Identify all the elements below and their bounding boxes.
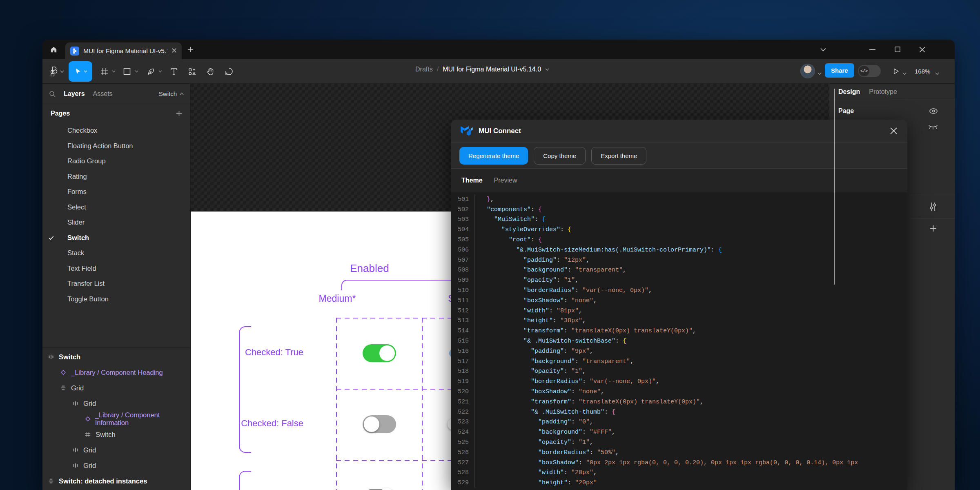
page-item[interactable]: Switch [42,230,190,246]
page-item[interactable]: Forms [42,184,190,200]
present-chevron-icon[interactable] [902,69,906,77]
move-tool[interactable] [69,61,92,82]
layer-item[interactable]: Switch [42,349,190,365]
eye-icon[interactable] [929,107,938,116]
pages-list[interactable]: CheckboxFloating Action ButtonRadio Grou… [42,123,190,347]
regenerate-theme-button[interactable]: Regenerate theme [459,147,528,165]
figma-menu-icon[interactable] [47,61,68,82]
resources-tool[interactable] [185,61,199,82]
code-line: 527"boxShadow": "0px 2px 1px rgba(0, 0, … [451,458,907,468]
dashed-line [336,318,337,490]
zoom-level[interactable]: 168% [915,68,930,75]
page-item[interactable]: Rating [42,169,190,185]
layer-item-label: _Library / Component Information [95,411,190,427]
layer-item[interactable]: _Library / Component Information [42,411,190,427]
page-item[interactable]: Slider [42,215,190,230]
page-item[interactable]: Radio Group [42,154,190,169]
page-item[interactable]: Toggle Button [42,292,190,307]
code-editor[interactable]: 501},502"components": {503"MuiSwitch": {… [451,192,907,490]
page-item[interactable]: Text Field [42,261,190,276]
tab-close-icon[interactable] [172,47,177,55]
window-minimize-icon[interactable] [863,40,881,59]
page-item[interactable]: Stack [42,245,190,261]
tab-preview[interactable]: Preview [494,177,517,184]
window-tabbar: MUI for Figma Material UI-v5.14.0 [42,40,955,59]
layers-list[interactable]: Switch_Library / Component HeadingGridGr… [42,349,190,490]
adjust-sliders-icon[interactable] [929,202,937,213]
page-item[interactable]: Select [42,200,190,215]
frame-tool[interactable] [97,61,111,82]
layer-item[interactable]: Switch [42,427,190,442]
layer-item[interactable]: Grid [42,396,190,411]
page-item-label: Forms [60,188,87,196]
home-icon[interactable] [47,44,60,55]
autolayout-h-icon [73,447,83,453]
page-item-label: Slider [60,218,85,226]
frame-tool-chevron-icon[interactable] [110,61,117,82]
text-tool[interactable] [167,61,181,82]
layer-item[interactable]: _Library / Component Heading [42,365,190,380]
hand-tool[interactable] [203,61,218,82]
chevron-up-icon [180,92,184,95]
line-number: 521 [451,397,474,407]
avatar-chevron-icon[interactable] [817,69,822,77]
switch-medium-unchecked [363,415,396,433]
comment-tool[interactable] [221,61,237,82]
pen-tool-chevron-icon[interactable] [157,61,163,82]
layer-item-label: Grid [83,462,96,470]
dialog-close-icon[interactable] [890,127,898,135]
tab-assets[interactable]: Assets [93,90,113,98]
canvas-enabled-label: Enabled [327,262,412,275]
file-tab[interactable]: MUI for Figma Material UI-v5.14.0 [65,42,182,59]
present-play-icon[interactable] [890,66,902,76]
line-number: 525 [451,437,474,448]
new-tab-icon[interactable] [185,45,196,54]
code-line: 512"width": "81px", [451,306,907,316]
dev-mode-toggle[interactable]: </> [858,65,881,77]
copy-theme-button[interactable]: Copy theme [534,147,586,165]
layer-item[interactable]: Grid [42,380,190,396]
add-page-icon[interactable] [176,111,182,117]
tab-design[interactable]: Design [838,88,860,96]
row2-label: Checked: False [222,418,303,429]
line-number: 511 [451,296,474,306]
page-item[interactable]: Transfer List [42,276,190,292]
breadcrumb-filename[interactable]: MUI for Figma Material UI-v5.14.0 [443,66,541,73]
search-icon[interactable] [49,91,56,97]
window-close-icon[interactable] [913,40,931,59]
layer-item[interactable]: Grid [42,458,190,473]
line-number: 524 [451,427,474,437]
window-menu-chevron-icon[interactable] [814,40,832,59]
zoom-chevron-icon[interactable] [935,69,939,77]
line-number: 529 [451,478,474,488]
pen-tool[interactable] [144,61,158,82]
line-number: 509 [451,275,474,285]
window-maximize-icon[interactable] [889,40,906,59]
page-item-label: Checkbox [60,127,97,134]
shape-tool[interactable] [120,61,134,82]
share-button[interactable]: Share [825,63,854,78]
layer-item[interactable]: Grid [42,442,190,458]
file-tab-title: MUI for Figma Material UI-v5.14.0 [83,47,167,55]
line-number: 512 [451,306,474,316]
breadcrumb-drafts[interactable]: Drafts [415,66,433,73]
breadcrumb-chevron-icon[interactable] [545,68,549,71]
eye-closed-icon[interactable] [928,125,938,132]
layer-item[interactable]: Switch: detached instances [42,473,190,489]
page-item[interactable]: Checkbox [42,123,190,138]
panel-scrollbar[interactable] [834,89,835,285]
autolayout-v-icon [60,385,71,391]
row-group-bracket [239,326,251,453]
tab-theme[interactable]: Theme [461,177,483,184]
export-theme-button[interactable]: Export theme [591,147,646,165]
tab-layers[interactable]: Layers [64,90,85,98]
tab-prototype[interactable]: Prototype [869,88,897,96]
dialog-title: MUI Connect [479,127,884,135]
avatar[interactable] [800,64,815,78]
page-selector[interactable]: Switch [159,90,184,97]
page-item[interactable]: Floating Action Button [42,138,190,154]
add-icon[interactable] [930,225,937,234]
page-item-label: Text Field [60,265,96,272]
layer-item-label: Grid [83,446,96,454]
shape-tool-chevron-icon[interactable] [133,61,140,82]
